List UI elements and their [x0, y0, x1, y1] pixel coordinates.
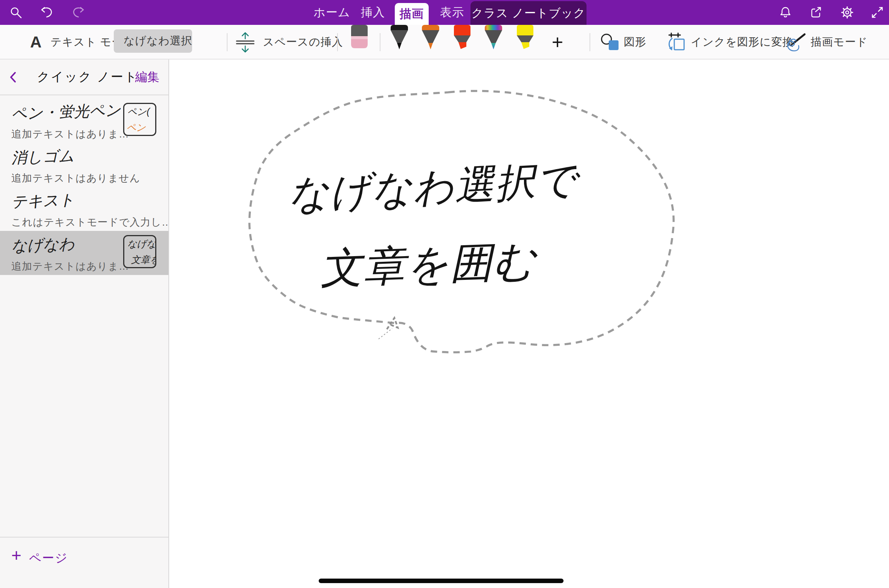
page-subtitle: これはテキストモードで入力し… [11, 215, 168, 229]
shapes-label-wrap[interactable]: 図形 [624, 25, 646, 60]
ink-to-shape-label-wrap[interactable]: インクを図形に変換 [691, 25, 794, 60]
redo-icon[interactable] [68, 0, 89, 25]
settings-gear-icon[interactable] [837, 0, 858, 25]
tab-draw-label: 描画 [400, 6, 424, 22]
top-app-bar: ホーム 挿入 描画 表示 クラス ノートブック [0, 0, 889, 25]
add-page-label: ページ [29, 547, 68, 567]
onenote-window: ホーム 挿入 描画 表示 クラス ノートブック [0, 0, 889, 588]
ink-to-shape-button[interactable] [667, 25, 686, 60]
sidebar-header: クイック ノート 編集 [0, 60, 168, 95]
tab-class-notebook-label: クラス ノートブック [471, 5, 585, 21]
toolbar-divider [590, 33, 590, 51]
ink-to-shape-label: インクを図形に変換 [691, 35, 794, 50]
page-thumbnail: なげな 文章を [123, 235, 156, 268]
shapes-icon [600, 33, 621, 52]
page-list: ペン・蛍光ペン 追加テキストはありま… ペン( ペン 消しゴム 追加テキストはあ… [0, 99, 168, 275]
insert-space-icon [234, 31, 256, 53]
page-thumbnail: ペン( ペン [123, 103, 156, 136]
add-page-button[interactable]: + ページ [0, 537, 168, 588]
lasso-knot-tail [379, 328, 392, 339]
lasso-select-label: なげなわ選択 [124, 34, 192, 49]
sidebar-page-item-1[interactable]: ペン・蛍光ペン 追加テキストはありま… ペン( ペン [0, 99, 168, 143]
sidebar-page-item-4-selected[interactable]: なげなわ 追加テキストはありま… なげな 文章を [0, 231, 168, 275]
sidebar-page-item-3[interactable]: テキスト これはテキストモードで入力し… [0, 187, 168, 231]
draw-mode-label: 描画モード [811, 35, 868, 50]
fullscreen-expand-icon[interactable] [867, 0, 888, 25]
bell-icon[interactable] [775, 0, 796, 25]
page-list-sidebar: クイック ノート 編集 ペン・蛍光ペン 追加テキストはありま… ペン( ペン 消… [0, 60, 169, 588]
plus-icon: + [552, 32, 563, 52]
home-indicator[interactable] [319, 579, 564, 583]
tab-home[interactable]: ホーム [316, 0, 348, 25]
tab-insert-label: 挿入 [361, 5, 385, 20]
page-title-ink: テキスト [11, 186, 169, 212]
ink-layer: なげなわ選択で 文章を囲む [169, 60, 889, 588]
tab-home-label: ホーム [313, 5, 350, 20]
black-pen-tool[interactable] [389, 25, 409, 50]
yellow-highlighter-tool[interactable] [515, 25, 535, 50]
lasso-select-button[interactable]: なげなわ選択 [114, 29, 192, 53]
insert-space-button[interactable] [234, 25, 256, 60]
undo-icon[interactable] [36, 0, 57, 25]
toolbar-divider [337, 33, 338, 51]
plus-icon: + [11, 547, 21, 564]
thumbnail-ink-line: ペン [127, 121, 146, 134]
tab-view-label: 表示 [440, 5, 464, 20]
toolbar-divider [227, 33, 228, 51]
ink-handwriting-line-2[interactable]: 文章を囲む [319, 237, 539, 292]
shapes-label: 図形 [624, 35, 646, 50]
draw-mode-button[interactable] [786, 25, 807, 60]
share-icon[interactable] [806, 0, 827, 25]
lasso-selection-outline[interactable] [249, 91, 674, 352]
drawing-canvas[interactable]: なげなわ選択で 文章を囲む [169, 60, 889, 588]
rainbow-pen-tool[interactable] [483, 25, 504, 50]
tab-draw[interactable]: 描画 [395, 3, 429, 25]
thumbnail-ink-line: 文章を [131, 254, 156, 266]
page-title-ink: 消しゴム [11, 142, 169, 168]
add-pen-button[interactable]: + [547, 25, 568, 60]
eraser-tool[interactable] [349, 25, 370, 49]
section-title: クイック ノート [37, 69, 138, 86]
page-subtitle: 追加テキストはありません [11, 171, 168, 185]
orange-pen-tool[interactable] [420, 25, 441, 50]
thumbnail-ink-line: ペン( [127, 105, 150, 118]
sidebar-page-item-2[interactable]: 消しゴム 追加テキストはありません [0, 143, 168, 187]
insert-space-label-wrap[interactable]: スペースの挿入 [263, 25, 343, 60]
draw-mode-icon [786, 32, 807, 52]
red-highlighter-tool[interactable] [452, 25, 472, 50]
tab-insert[interactable]: 挿入 [357, 0, 389, 25]
ink-to-shape-icon [667, 32, 686, 53]
text-mode-icon: A [30, 33, 41, 51]
search-icon[interactable] [5, 0, 26, 25]
tab-view[interactable]: 表示 [436, 0, 468, 25]
ink-handwriting-line-1[interactable]: なげなわ選択で [287, 157, 582, 217]
text-mode-button[interactable]: A [30, 25, 41, 60]
insert-space-label: スペースの挿入 [263, 35, 343, 50]
tab-class-notebook[interactable]: クラス ノートブック [470, 1, 587, 25]
back-chevron-icon[interactable] [0, 59, 26, 95]
toolbar-divider [380, 33, 380, 51]
thumbnail-ink-line: なげな [127, 238, 156, 250]
edit-button[interactable]: 編集 [135, 69, 159, 86]
draw-ribbon: A テキスト モード なげなわ選択 スペースの挿入 [0, 25, 889, 60]
draw-mode-label-wrap[interactable]: 描画モード [811, 25, 868, 60]
shapes-button[interactable] [600, 25, 621, 60]
